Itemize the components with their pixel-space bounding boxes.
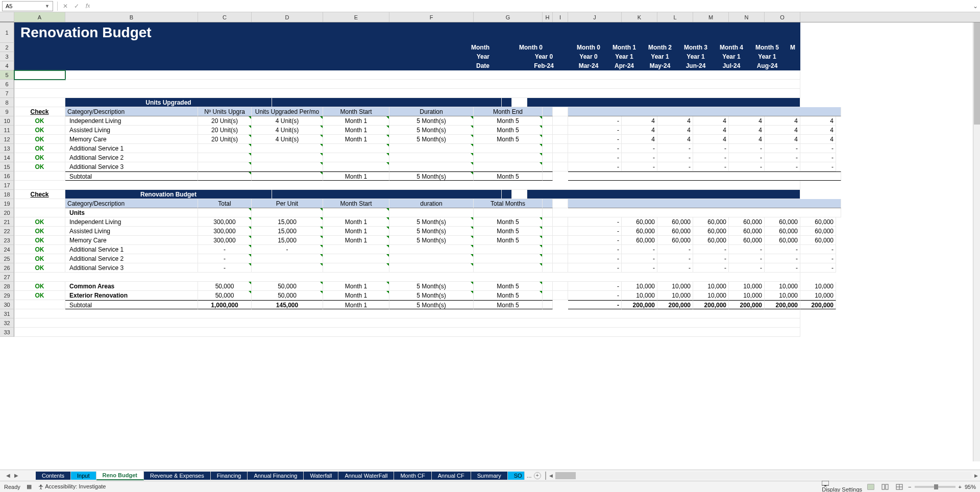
col-header[interactable]: J xyxy=(568,12,622,22)
tab-reno-budget[interactable]: Reno Budget xyxy=(96,471,144,480)
col-header[interactable]: B xyxy=(65,12,198,22)
col-header[interactable]: C xyxy=(198,12,252,22)
tab-financing[interactable]: Financing xyxy=(211,472,248,480)
row-desc[interactable]: Additional Service 2 xyxy=(65,254,198,263)
vertical-scrollbar[interactable] xyxy=(973,22,980,461)
tab-month-cf[interactable]: Month CF xyxy=(394,472,431,480)
tab-contents[interactable]: Contents xyxy=(36,472,71,480)
col-header[interactable]: O xyxy=(765,12,800,22)
tab-nav-prev-icon[interactable]: ◀ xyxy=(4,473,12,478)
check-status: OK xyxy=(14,116,65,126)
check-status: OK xyxy=(14,227,65,236)
page-layout-view-icon[interactable] xyxy=(879,483,891,491)
check-status: OK xyxy=(14,153,65,162)
col-desc: Category/Description xyxy=(65,107,198,116)
col-header[interactable]: I xyxy=(553,12,568,22)
col-header[interactable]: L xyxy=(657,12,693,22)
row-desc[interactable]: Additional Service 2 xyxy=(65,153,198,162)
hscroll-right-icon[interactable]: ▶ xyxy=(972,473,980,478)
accept-formula-icon[interactable]: ✓ xyxy=(71,1,82,11)
row-header[interactable]: 2 xyxy=(0,43,14,52)
row-desc[interactable]: Independent Living xyxy=(65,217,198,227)
row-11: 11 OK Assisted Living 20 Unit(s) 4 Unit(… xyxy=(0,126,980,135)
grid[interactable]: A B C D E F G H I J K L M N O 1 Renovati… xyxy=(0,12,980,470)
hscroll-left-icon[interactable]: ◀ xyxy=(547,473,555,478)
row-desc[interactable]: Assisted Living xyxy=(65,126,198,135)
zoom-in-icon[interactable]: + xyxy=(959,484,962,490)
row-desc[interactable]: Additional Service 3 xyxy=(65,162,198,171)
col-header[interactable]: M xyxy=(693,12,729,22)
row-5: 5 xyxy=(0,70,980,80)
row-desc[interactable]: Additional Service 3 xyxy=(65,263,198,273)
col-header[interactable]: K xyxy=(622,12,657,22)
month-col: Month 0 xyxy=(571,43,606,52)
col-header[interactable]: H xyxy=(543,12,553,22)
tab-more[interactable]: ... xyxy=(525,472,534,479)
row-desc[interactable]: Memory Care xyxy=(65,236,198,245)
new-sheet-icon[interactable]: + xyxy=(534,472,541,479)
col-header[interactable]: A xyxy=(14,12,65,22)
selected-cell[interactable] xyxy=(14,70,65,80)
svg-rect-1 xyxy=(822,481,829,485)
col-header[interactable]: D xyxy=(252,12,323,22)
row-desc[interactable]: Additional Service 1 xyxy=(65,144,198,153)
tab-revenue[interactable]: Revenue & Expenses xyxy=(144,472,211,480)
row-16: 16 Subtotal Month 1 5 Month(s) Month 5 xyxy=(0,171,980,181)
tab-nav-next-icon[interactable]: ▶ xyxy=(12,473,20,478)
accessibility-status[interactable]: Accessibility: Investigate xyxy=(38,483,106,490)
sheet-tab-bar: ◀ ▶ Contents Input Reno Budget Revenue &… xyxy=(0,470,980,481)
row-desc[interactable]: Exterior Renovation xyxy=(65,291,198,300)
col-dur: Duration xyxy=(389,107,474,116)
name-box-dropdown-icon[interactable]: ▼ xyxy=(45,4,50,9)
expand-formula-icon[interactable]: ⌄ xyxy=(971,3,980,10)
tab-input[interactable]: Input xyxy=(71,472,96,480)
row-desc[interactable]: Memory Care xyxy=(65,135,198,144)
row-12: 12 OK Memory Care 20 Unit(s) 4 Unit(s) M… xyxy=(0,135,980,144)
select-all-corner[interactable] xyxy=(0,12,14,22)
macro-icon[interactable]: ▦ xyxy=(27,483,32,490)
cancel-formula-icon[interactable]: ✕ xyxy=(60,1,71,11)
row-17: 17 xyxy=(0,181,980,190)
horizontal-scrollbar[interactable] xyxy=(555,472,972,479)
row-desc[interactable]: Assisted Living xyxy=(65,227,198,236)
page-break-view-icon[interactable] xyxy=(894,483,905,491)
row-10: 10 OK Independent Living 20 Unit(s) 4 Un… xyxy=(0,116,980,126)
tab-annual-cf[interactable]: Annual CF xyxy=(432,472,471,480)
svg-rect-5 xyxy=(882,484,885,489)
col-header[interactable]: E xyxy=(323,12,389,22)
row-desc[interactable]: Independent Living xyxy=(65,116,198,126)
row-2: 2 Month Month 0 Month 0 Month 1 Month 2 … xyxy=(0,43,980,52)
formula-input[interactable] xyxy=(93,1,971,11)
display-settings[interactable]: Display Settings xyxy=(822,481,862,492)
normal-view-icon[interactable] xyxy=(865,483,876,491)
tab-so[interactable]: SO xyxy=(508,472,525,480)
col-header[interactable]: F xyxy=(389,12,474,22)
rb-col-start: Month Start xyxy=(323,199,389,208)
tab-waterfall[interactable]: Waterfall xyxy=(304,472,338,480)
row-header[interactable]: 3 xyxy=(0,52,14,61)
month-col: Month 5 xyxy=(749,43,785,52)
row-19: 19 Category/Description Total Per Unit M… xyxy=(0,199,980,208)
row-desc[interactable]: Additional Service 1 xyxy=(65,245,198,254)
svg-rect-6 xyxy=(886,484,888,489)
col-header[interactable]: N xyxy=(729,12,765,22)
name-box[interactable]: A5 ▼ xyxy=(2,1,53,11)
tab-annual-financing[interactable]: Annual Financing xyxy=(248,472,304,480)
row-header[interactable]: 1 xyxy=(0,22,14,43)
col-header[interactable]: G xyxy=(474,12,543,22)
check-status: OK xyxy=(14,245,65,254)
row-20: 20 Units xyxy=(0,208,980,217)
fx-icon[interactable]: fx xyxy=(82,1,93,11)
column-headers[interactable]: A B C D E F G H I J K L M N O xyxy=(0,12,980,22)
col-end: Month End xyxy=(474,107,543,116)
row-4: 4 Date Feb-24 Mar-24 Apr-24 May-24 Jun-2… xyxy=(0,61,980,70)
zoom-slider[interactable] xyxy=(915,486,955,488)
row-header[interactable]: 4 xyxy=(0,61,14,70)
row-header[interactable]: 5 xyxy=(0,70,14,80)
row-desc[interactable]: Common Areas xyxy=(65,282,198,291)
tab-summary[interactable]: Summary xyxy=(471,472,508,480)
row-13: 13 OK Additional Service 1 ------- xyxy=(0,144,980,153)
zoom-level[interactable]: 95% xyxy=(965,484,976,490)
zoom-out-icon[interactable]: − xyxy=(908,484,911,490)
tab-annual-waterfall[interactable]: Annual WaterFall xyxy=(338,472,394,480)
